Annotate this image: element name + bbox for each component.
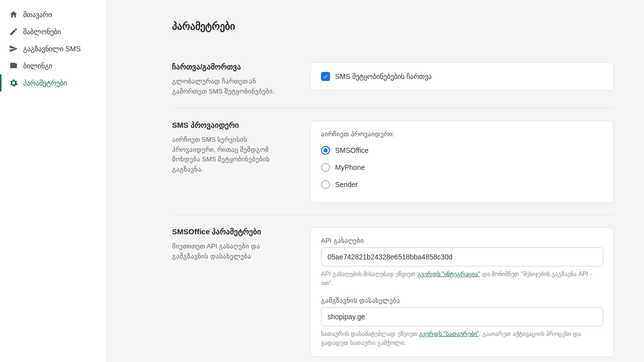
nav-label: ბილინგი	[23, 62, 52, 70]
page-title: პარამეტრები	[172, 20, 614, 32]
send-icon	[9, 44, 18, 53]
titles-link[interactable]: გვერდს "სათაურები"	[419, 330, 479, 337]
section-provider-title: SMS პროვაიდერი	[172, 121, 290, 130]
section-toggle: ჩართვა/გამორთვა გლობალურად ჩართეთ ან გამ…	[172, 50, 614, 109]
check-icon	[323, 73, 329, 79]
wallet-icon	[9, 61, 18, 70]
provider-option-sender[interactable]: Sender	[321, 176, 603, 193]
nav-sent-sms[interactable]: გაგზავნილი SMS	[0, 40, 106, 57]
provider-option-label: SMSOffice	[335, 146, 369, 154]
nav-templates[interactable]: შაბლონები	[0, 23, 106, 40]
radio-sender[interactable]	[321, 180, 330, 189]
section-provider: SMS პროვაიდერი აირჩიეთ SMS სერვისის პროვ…	[172, 109, 614, 215]
enable-sms-checkbox-row[interactable]: SMS შეტყობინებების ჩართვა	[321, 72, 603, 81]
radio-myphone[interactable]	[321, 163, 330, 172]
section-toggle-title: ჩართვა/გამორთვა	[172, 62, 290, 71]
edit-icon	[9, 27, 18, 36]
provider-option-myphone[interactable]: MyPhone	[321, 159, 603, 176]
section-provider-desc: აირჩიეთ SMS სერვისის პროვაიდერი, რითაც შ…	[172, 135, 290, 174]
nav-label: პარამეტრები	[23, 79, 67, 87]
home-icon	[9, 10, 18, 19]
api-key-label: API გასაღები	[321, 237, 603, 244]
radio-smsoffice[interactable]	[321, 146, 330, 155]
sender-name-label: გამგზავნის დასახელება	[321, 297, 603, 304]
sender-name-helper: სათაურის დასამატებლად ეწვიეთ გვერდს "სათ…	[321, 329, 603, 347]
api-key-input[interactable]	[321, 247, 603, 266]
gear-icon	[9, 78, 18, 87]
section-toggle-desc: გლობალურად ჩართეთ ან გამორთეთ SMS შეტყობ…	[172, 76, 290, 96]
section-smsoffice: SMSOffice პარამეტრები მიუთითეთ API გასაღ…	[172, 215, 614, 362]
provider-option-smsoffice[interactable]: SMSOffice	[321, 142, 603, 159]
nav-billing[interactable]: ბილინგი	[0, 57, 106, 74]
section-smsoffice-desc: მიუთითეთ API გასაღები და გამგზავნის დასა…	[172, 241, 290, 261]
api-key-helper: API გასაღების მისაღებად ეწვიეთ გვერდს "ი…	[321, 269, 603, 288]
provider-card: აირჩიეთ პროვაიდერი: SMSOffice MyPhone Se…	[310, 121, 614, 203]
sidebar: მთავარი შაბლონები გაგზავნილი SMS ბილინგი…	[0, 0, 107, 362]
nav-label: მთავარი	[23, 11, 52, 19]
provider-option-label: Sender	[335, 180, 358, 189]
enable-sms-checkbox[interactable]	[321, 72, 330, 81]
provider-choose-label: აირჩიეთ პროვაიდერი:	[321, 130, 603, 138]
toggle-card: SMS შეტყობინებების ჩართვა	[310, 62, 614, 90]
enable-sms-label: SMS შეტყობინებების ჩართვა	[335, 72, 432, 80]
sender-name-input[interactable]	[321, 307, 603, 326]
nav-label: გაგზავნილი SMS	[23, 45, 80, 53]
nav-settings[interactable]: პარამეტრები	[0, 74, 106, 92]
smsoffice-card: API გასაღები API გასაღების მისაღებად ეწვ…	[310, 227, 614, 357]
section-smsoffice-title: SMSOffice პარამეტრები	[172, 227, 290, 236]
provider-option-label: MyPhone	[335, 163, 365, 171]
nav-home[interactable]: მთავარი	[0, 6, 106, 23]
nav-label: შაბლონები	[23, 28, 61, 36]
integration-link[interactable]: გვერდს "ინტეგრაცია"	[418, 270, 480, 278]
main-content: პარამეტრები ჩართვა/გამორთვა გლობალურად ჩ…	[107, 0, 644, 362]
